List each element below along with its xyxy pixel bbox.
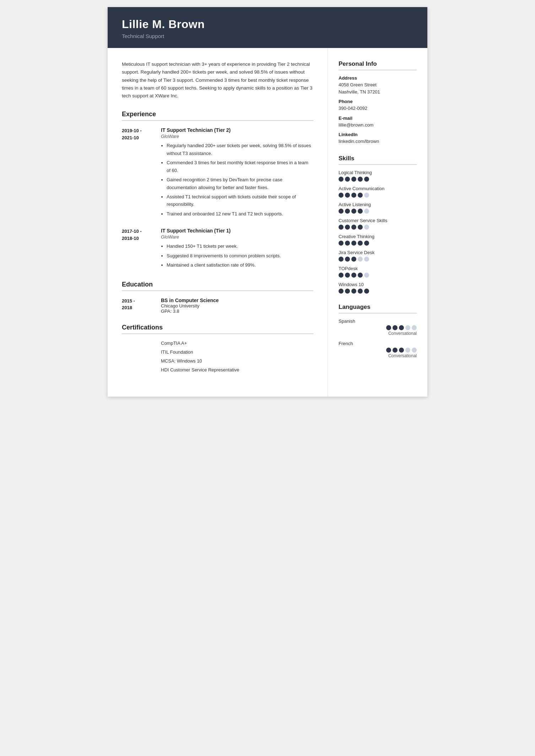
address-label: Address <box>339 75 417 81</box>
dot-filled <box>345 241 350 246</box>
cert-item-2: ITIL Foundation <box>122 349 313 355</box>
skill-name: Windows 10 <box>339 282 417 287</box>
dot-filled <box>351 289 356 294</box>
dot-filled <box>351 225 356 230</box>
dot-filled <box>345 193 350 198</box>
cert-name-4: HDI Customer Service Representative <box>161 367 313 372</box>
bullet: Regularly handled 200+ user tickets per … <box>167 142 313 157</box>
exp-content-1: IT Support Technician (Tier 2) GloWare R… <box>161 127 313 219</box>
dot-filled <box>393 325 398 330</box>
dot-filled <box>351 273 356 278</box>
skill-item: Customer Service Skills <box>339 218 417 230</box>
dot-filled <box>358 241 363 246</box>
skill-item: Active Listening <box>339 202 417 214</box>
dot-filled <box>358 289 363 294</box>
dot-filled <box>358 273 363 278</box>
edu-gpa: GPA: 3.8 <box>161 309 313 314</box>
linkedin-value: linkedin.com/lbrown <box>339 138 417 145</box>
bullet: Assisted T1 technical support with ticke… <box>167 193 313 208</box>
skill-item: Logical Thinking <box>339 170 417 182</box>
skill-name: Customer Service Skills <box>339 218 417 223</box>
dot-filled <box>358 225 363 230</box>
dot-filled <box>339 209 344 214</box>
skills-section: Skills Logical ThinkingActive Communicat… <box>339 155 417 294</box>
linkedin-label: LinkedIn <box>339 132 417 137</box>
dot-empty <box>412 325 417 330</box>
dot-filled <box>358 209 363 214</box>
dot-empty <box>364 209 369 214</box>
dot-filled <box>386 348 391 353</box>
cert-item-1: CompTIA A+ <box>122 341 313 346</box>
dot-filled <box>386 325 391 330</box>
language-name: Spanish <box>339 318 417 324</box>
dot-filled <box>399 325 404 330</box>
skill-item: TOPdesk <box>339 266 417 278</box>
sidebar-column: Personal Info Address 4058 Green Street … <box>328 48 427 397</box>
dot-filled <box>339 225 344 230</box>
main-column: Meticulous IT support technician with 3+… <box>108 48 328 397</box>
skill-item: Windows 10 <box>339 282 417 294</box>
bullet: Commended 3 times for best monthly ticke… <box>167 159 313 174</box>
skill-dots <box>339 241 417 246</box>
edu-school: Chicago University <box>161 303 313 309</box>
language-level: Conversational <box>339 331 417 336</box>
cert-name-1: CompTIA A+ <box>161 341 313 346</box>
edu-item-1: 2015 - 2018 BS in Computer Science Chica… <box>122 297 313 314</box>
skill-name: Active Communication <box>339 186 417 191</box>
personal-info-title: Personal Info <box>339 60 417 68</box>
skill-dots <box>339 177 417 182</box>
dot-filled <box>399 348 404 353</box>
education-title: Education <box>122 281 313 288</box>
bullet: Maintained a client satisfaction rate of… <box>167 261 313 269</box>
language-item: SpanishConversational <box>339 318 417 336</box>
dot-filled <box>351 241 356 246</box>
skill-dots <box>339 193 417 198</box>
dot-filled <box>364 241 369 246</box>
bullet: Trained and onboarded 12 new T1 and T2 t… <box>167 210 313 218</box>
language-item: FrenchConversational <box>339 341 417 358</box>
dot-filled <box>351 177 356 182</box>
skill-name: Creative Thinking <box>339 234 417 239</box>
skill-dots <box>339 209 417 214</box>
resume-body: Meticulous IT support technician with 3+… <box>108 48 427 397</box>
dot-filled <box>339 241 344 246</box>
cert-item-4: HDI Customer Service Representative <box>122 367 313 372</box>
experience-title: Experience <box>122 111 313 118</box>
language-level: Conversational <box>339 353 417 358</box>
dot-filled <box>339 257 344 262</box>
exp-bullets-2: Handled 150+ T1 tickets per week. Sugges… <box>167 242 313 269</box>
address-value: 4058 Green Street Nashville, TN 37201 <box>339 81 417 95</box>
exp-role-1: IT Support Technician (Tier 2) <box>161 127 313 133</box>
exp-content-2: IT Support Technician (Tier 1) GloWare H… <box>161 228 313 270</box>
dot-empty <box>405 325 410 330</box>
skill-item: Creative Thinking <box>339 234 417 246</box>
resume-header: Lillie M. Brown Technical Support <box>108 7 427 48</box>
dot-filled <box>339 289 344 294</box>
dot-filled <box>393 348 398 353</box>
language-name: French <box>339 341 417 346</box>
email-label: E-mail <box>339 116 417 121</box>
dot-filled <box>345 257 350 262</box>
phone-value: 390-042-0092 <box>339 105 417 112</box>
dot-empty <box>364 257 369 262</box>
dot-filled <box>339 193 344 198</box>
education-section: Education 2015 - 2018 BS in Computer Sci… <box>122 281 313 314</box>
dot-filled <box>364 177 369 182</box>
dot-filled <box>345 177 350 182</box>
skill-name: Logical Thinking <box>339 170 417 175</box>
dot-filled <box>345 273 350 278</box>
dot-empty <box>364 273 369 278</box>
personal-info-divider <box>339 70 417 70</box>
dot-filled <box>358 193 363 198</box>
dot-filled <box>345 289 350 294</box>
languages-list: SpanishConversationalFrenchConversationa… <box>339 318 417 358</box>
exp-role-2: IT Support Technician (Tier 1) <box>161 228 313 234</box>
dot-filled <box>351 193 356 198</box>
experience-section: Experience 2019-10 - 2021-10 IT Support … <box>122 111 313 270</box>
dot-filled <box>358 177 363 182</box>
skill-dots <box>339 257 417 262</box>
bullet: Gained recognition 2 times by DevTeam fo… <box>167 176 313 191</box>
dot-empty <box>358 257 363 262</box>
bullet: Handled 150+ T1 tickets per week. <box>167 242 313 250</box>
exp-bullets-1: Regularly handled 200+ user tickets per … <box>167 142 313 218</box>
